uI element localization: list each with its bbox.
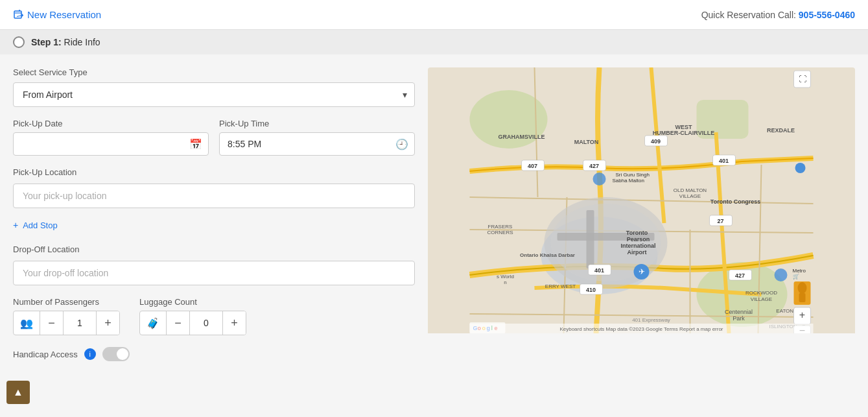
luggage-icon: 🧳 <box>140 311 167 335</box>
luggage-value: 0 <box>190 318 222 328</box>
passengers-value: 1 <box>64 318 96 328</box>
passengers-increment-button[interactable]: + <box>96 311 119 335</box>
pickup-date-input-wrapper: 📅 <box>13 132 209 156</box>
svg-text:Pearson: Pearson <box>627 236 650 243</box>
luggage-increment-button[interactable]: + <box>222 311 246 335</box>
luggage-group: Luggage Count 🧳 − 0 + <box>139 297 246 335</box>
svg-point-64 <box>775 268 788 281</box>
passengers-group: Number of Passengers 👥 − 1 + <box>13 297 120 335</box>
add-stop-button[interactable]: +Add Stop <box>13 215 58 235</box>
quick-call: Quick Reservation Call: 905-556-0460 <box>701 10 855 20</box>
quick-call-label: Quick Reservation Call: <box>701 10 796 20</box>
step-circle <box>13 36 25 48</box>
svg-text:Keyboard shortcuts  Map data ©: Keyboard shortcuts Map data ©2023 Google… <box>559 326 723 332</box>
svg-text:Metro: Metro <box>793 268 806 274</box>
svg-text:410: 410 <box>586 287 596 293</box>
svg-text:CORNERS: CORNERS <box>487 230 513 235</box>
map-svg: 407 427 401 27 409 410 427 401 GRAHAMSVI… <box>428 67 855 333</box>
svg-text:Ontario Khalsa Darbar: Ontario Khalsa Darbar <box>520 252 575 258</box>
svg-text:401: 401 <box>594 267 604 274</box>
time-field: Pick-Up Time 🕘 <box>219 119 415 156</box>
svg-text:Airport: Airport <box>628 249 647 256</box>
svg-text:International: International <box>620 243 655 249</box>
step-label: Step 1: Ride Info <box>31 37 100 47</box>
svg-rect-71 <box>799 293 806 302</box>
svg-text:401: 401 <box>719 158 729 164</box>
pickup-date-label: Pick-Up Date <box>13 119 209 128</box>
luggage-counter: 🧳 − 0 + <box>139 311 246 335</box>
svg-text:ROCKWOOD: ROCKWOOD <box>745 290 777 296</box>
new-reservation-text: New Reservation <box>27 9 101 20</box>
handicap-label: Handicap Access <box>13 350 78 359</box>
svg-rect-0 <box>14 11 21 18</box>
passengers-decrement-button[interactable]: − <box>40 311 64 335</box>
svg-text:Park: Park <box>733 315 745 322</box>
svg-text:🛒: 🛒 <box>793 273 799 280</box>
dropoff-location-input[interactable] <box>13 261 415 285</box>
new-reservation-icon <box>13 10 23 20</box>
calendar-icon: 📅 <box>189 138 202 150</box>
pickup-location-input[interactable] <box>13 184 415 208</box>
service-type-wrapper: From AirportTo AirportPoint to Point ▾ <box>13 82 415 107</box>
svg-text:⛶: ⛶ <box>799 75 806 84</box>
svg-text:Toronto Congress: Toronto Congress <box>710 198 760 205</box>
handicap-toggle[interactable] <box>102 347 130 361</box>
svg-text:FRASERS: FRASERS <box>488 224 513 230</box>
svg-text:OLD MALTON: OLD MALTON <box>674 187 707 193</box>
pickup-time-input[interactable] <box>219 132 415 156</box>
service-type-label: Select Service Type <box>13 67 415 77</box>
svg-text:s World: s World <box>497 274 514 280</box>
svg-text:407: 407 <box>528 163 537 169</box>
map-container: 407 427 401 27 409 410 427 401 GRAHAMSVI… <box>428 67 855 333</box>
count-row: Number of Passengers 👥 − 1 + Luggage Cou… <box>13 297 415 335</box>
svg-text:Centennial: Centennial <box>725 309 753 315</box>
top-bar: New Reservation Quick Reservation Call: … <box>0 0 868 30</box>
step-bar: Step 1: Ride Info <box>0 30 868 54</box>
luggage-decrement-button[interactable]: − <box>167 311 190 335</box>
svg-text:27: 27 <box>717 218 723 224</box>
handicap-row: Handicap Access i <box>13 347 415 361</box>
dropoff-location-section: Drop-Off Location <box>13 244 415 285</box>
svg-text:VILLAGE: VILLAGE <box>679 193 701 199</box>
quick-call-number[interactable]: 905-556-0460 <box>799 10 855 20</box>
form-panel: Select Service Type From AirportTo Airpo… <box>13 67 415 361</box>
passengers-label: Number of Passengers <box>13 297 120 307</box>
date-field: Pick-Up Date 📅 <box>13 119 209 156</box>
svg-text:VILLAGE: VILLAGE <box>751 296 772 302</box>
main-content: Select Service Type From AirportTo Airpo… <box>0 54 868 374</box>
svg-rect-16 <box>587 210 594 268</box>
svg-text:n: n <box>504 280 506 285</box>
map-panel: 407 427 401 27 409 410 427 401 GRAHAMSVI… <box>428 67 855 361</box>
svg-text:Toronto: Toronto <box>626 230 648 236</box>
svg-point-63 <box>795 163 806 173</box>
svg-text:Sri Guru Singh: Sri Guru Singh <box>616 172 650 178</box>
date-time-row: Pick-Up Date 📅 Pick-Up Time 🕘 <box>13 119 415 156</box>
new-reservation-link[interactable]: New Reservation <box>13 9 101 20</box>
svg-text:✈: ✈ <box>639 267 645 276</box>
clock-icon: 🕘 <box>395 138 408 150</box>
dropoff-location-label: Drop-Off Location <box>13 244 415 254</box>
pickup-date-input[interactable] <box>13 132 209 156</box>
svg-text:+: + <box>799 309 805 320</box>
pickup-location-section: Pick-Up Location <box>13 167 415 208</box>
pickup-location-label: Pick-Up Location <box>13 167 415 177</box>
pickup-time-label: Pick-Up Time <box>219 119 415 128</box>
svg-text:MALTON: MALTON <box>574 139 599 145</box>
luggage-label: Luggage Count <box>139 297 246 307</box>
passengers-icon: 👥 <box>14 311 40 335</box>
svg-text:401 Expressway: 401 Expressway <box>632 317 670 323</box>
svg-text:✦: ✦ <box>467 67 472 69</box>
handicap-info-icon[interactable]: i <box>84 348 96 360</box>
svg-text:HUMBER-CLAIRVILLE: HUMBER-CLAIRVILLE <box>653 130 714 136</box>
svg-point-57 <box>593 173 606 185</box>
svg-text:Sabha Malton: Sabha Malton <box>613 178 644 184</box>
svg-text:GRAHAMSVILLE: GRAHAMSVILLE <box>499 134 545 140</box>
svg-text:ERRY WEST: ERRY WEST <box>545 283 576 289</box>
svg-text:409: 409 <box>651 138 661 145</box>
svg-text:REXDALE: REXDALE <box>767 127 795 134</box>
passengers-counter: 👥 − 1 + <box>13 311 120 335</box>
svg-text:427: 427 <box>589 163 599 169</box>
service-type-select[interactable]: From AirportTo AirportPoint to Point <box>13 82 415 107</box>
svg-point-70 <box>798 282 807 294</box>
svg-text:427: 427 <box>735 272 745 279</box>
